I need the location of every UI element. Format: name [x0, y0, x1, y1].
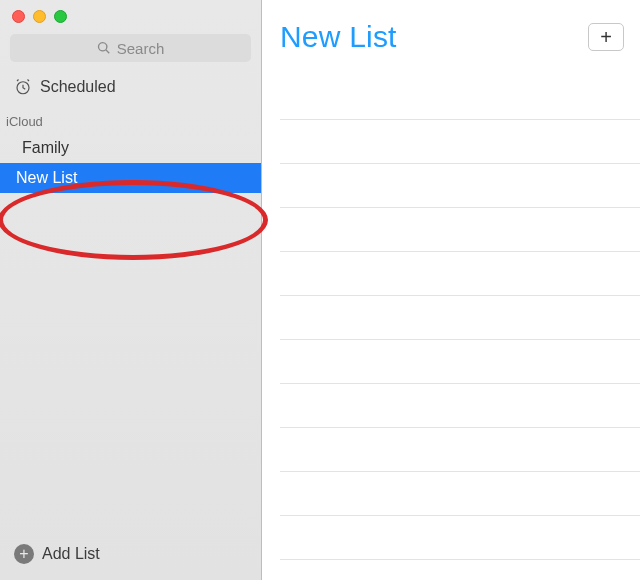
- reminder-row[interactable]: [280, 384, 640, 428]
- add-list-button[interactable]: + Add List: [0, 532, 261, 580]
- list-label: New List: [16, 169, 77, 186]
- reminder-rows[interactable]: [262, 76, 640, 560]
- reminder-row[interactable]: [280, 164, 640, 208]
- reminder-row[interactable]: [280, 76, 640, 120]
- list-title: New List: [280, 20, 397, 54]
- close-window-button[interactable]: [12, 10, 25, 23]
- window-controls: [0, 0, 261, 28]
- search-input[interactable]: Search: [10, 34, 251, 62]
- reminder-row[interactable]: [280, 208, 640, 252]
- list-label: Family: [22, 139, 69, 156]
- reminder-row[interactable]: [280, 252, 640, 296]
- scheduled-item[interactable]: Scheduled: [0, 72, 261, 102]
- sidebar: Search Scheduled iCloud Family New List …: [0, 0, 262, 580]
- main-header: New List +: [262, 0, 640, 62]
- zoom-window-button[interactable]: [54, 10, 67, 23]
- clock-icon: [14, 78, 32, 96]
- minimize-window-button[interactable]: [33, 10, 46, 23]
- search-icon: [97, 41, 111, 55]
- add-reminder-button[interactable]: +: [588, 23, 624, 51]
- plus-icon: +: [600, 26, 612, 49]
- section-icloud-header: iCloud: [0, 102, 261, 133]
- reminder-row[interactable]: [280, 120, 640, 164]
- scheduled-label: Scheduled: [40, 78, 116, 96]
- reminder-row[interactable]: [280, 516, 640, 560]
- sidebar-list-family[interactable]: Family: [0, 133, 261, 163]
- sidebar-list-new-list[interactable]: New List: [0, 163, 261, 193]
- main-panel: New List +: [262, 0, 640, 580]
- reminder-row[interactable]: [280, 340, 640, 384]
- search-field-wrap: Search: [10, 34, 251, 62]
- search-placeholder: Search: [117, 40, 165, 57]
- plus-circle-icon: +: [14, 544, 34, 564]
- add-list-label: Add List: [42, 545, 100, 563]
- reminders-window: Search Scheduled iCloud Family New List …: [0, 0, 640, 580]
- reminder-row[interactable]: [280, 428, 640, 472]
- reminder-row[interactable]: [280, 472, 640, 516]
- reminder-row[interactable]: [280, 296, 640, 340]
